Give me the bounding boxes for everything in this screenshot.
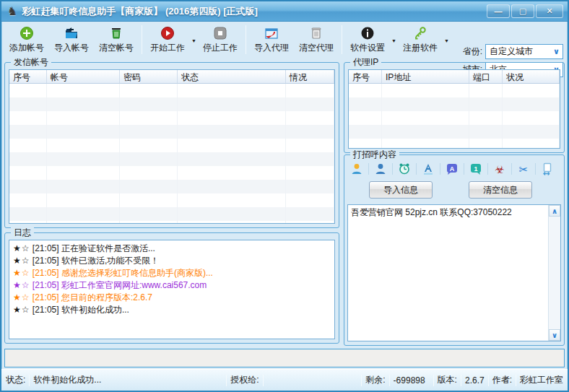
column-header[interactable]: 端口 xyxy=(469,70,503,83)
scissors-icon[interactable]: ✂ xyxy=(516,162,531,176)
settings-dropdown-arrow[interactable]: ▼ xyxy=(391,37,396,43)
log-entry: ★☆ [21:05] 软件初始化成功... xyxy=(13,304,331,316)
maximize-button[interactable]: ▢ xyxy=(511,4,534,18)
column-header[interactable]: 情况 xyxy=(286,70,334,83)
status-label: 状态: xyxy=(6,374,25,386)
column-header[interactable]: 密码 xyxy=(120,70,178,83)
alarm-clock-icon[interactable] xyxy=(397,162,412,176)
clear-accounts-label: 清空帐号 xyxy=(99,42,134,54)
chevron-down-icon: ∨ xyxy=(553,47,560,56)
greeting-message-box: 吾爱营销官网 52pjz.cn 联系QQ:37050222 ∧ ∨ xyxy=(347,204,561,341)
register-button[interactable]: 注册软件 xyxy=(398,24,443,56)
badge-a-icon[interactable]: A xyxy=(445,162,459,176)
clear-proxy-button[interactable]: 清空代理 xyxy=(294,24,339,56)
star-icons: ★☆ xyxy=(13,305,30,315)
column-header[interactable]: 序号 xyxy=(9,70,47,83)
titlebar[interactable]: ♞ 彩虹赶集叮咚信息助手【商家版】 (2016第四版) [正式版] — ▢ ✕ xyxy=(1,1,568,22)
add-icon xyxy=(19,26,34,40)
settings-button[interactable]: 软件设置 xyxy=(345,24,390,56)
import-accounts-button[interactable]: 导入帐号 xyxy=(49,24,94,56)
font-icon[interactable] xyxy=(421,162,435,176)
column-header[interactable]: 状况 xyxy=(503,70,560,83)
column-header[interactable]: 序号 xyxy=(349,70,382,83)
greeting-group-title: 打招呼内容 xyxy=(350,149,399,160)
close-button[interactable]: ✕ xyxy=(536,4,563,18)
log-text: 您目前的程序版本:2.6.7 xyxy=(61,292,152,302)
svg-text:1: 1 xyxy=(474,165,477,173)
log-groupbox: 日志 ★☆ [21:05] 正在验证软件是否激活... ★☆ [21:05] 软… xyxy=(4,232,339,344)
proxy-table-body[interactable] xyxy=(349,84,560,148)
stop-icon xyxy=(213,26,227,40)
proxy-table: 序号 IP地址 端口 状况 xyxy=(348,69,560,149)
progress-bar xyxy=(4,349,565,367)
minimize-button[interactable]: — xyxy=(487,4,510,18)
province-label: 省份: xyxy=(458,45,482,58)
log-time: [21:05] xyxy=(32,268,59,278)
column-header[interactable]: 状态 xyxy=(178,70,286,83)
clear-message-button[interactable]: 清空信息 xyxy=(469,181,532,199)
log-list[interactable]: ★☆ [21:05] 正在验证软件是否激活... ★☆ [21:05] 软件已激… xyxy=(9,240,335,339)
star-icons: ★☆ xyxy=(13,280,30,290)
stop-work-button[interactable]: 停止工作 xyxy=(198,24,243,56)
svg-text:A: A xyxy=(450,165,455,173)
province-select[interactable]: 自定义城市 ∨ xyxy=(485,44,563,59)
accounts-group-title: 发信帐号 xyxy=(11,57,51,67)
contact-person-icon[interactable] xyxy=(349,162,364,176)
scroll-up-icon[interactable]: ∧ xyxy=(549,205,560,217)
log-text: 软件已激活,功能不受限！ xyxy=(61,256,159,266)
import-proxy-button[interactable]: 导入代理 xyxy=(249,24,294,56)
import-message-button[interactable]: 导入信息 xyxy=(369,181,433,199)
add-account-button[interactable]: 添加帐号 xyxy=(4,24,49,56)
province-value: 自定义城市 xyxy=(490,45,533,58)
star-icons: ★☆ xyxy=(13,243,30,253)
accounts-table-header: 序号 帐号 密码 状态 情况 xyxy=(9,70,334,84)
license-label: 授权给: xyxy=(230,374,259,386)
settings-label: 软件设置 xyxy=(350,42,385,54)
log-text: 软件初始化成功... xyxy=(61,305,129,315)
import-accounts-label: 导入帐号 xyxy=(54,42,89,54)
clear-accounts-button[interactable]: 清空帐号 xyxy=(94,24,139,56)
toolbar-separator xyxy=(142,25,142,54)
greeting-scrollbar[interactable]: ∧ ∨ xyxy=(548,205,560,341)
log-group-title: 日志 xyxy=(11,227,34,238)
column-header[interactable]: IP地址 xyxy=(382,70,469,83)
star-icons: ★☆ xyxy=(13,256,30,266)
remaining-value: -699898 xyxy=(394,375,430,386)
copy-doc-icon[interactable] xyxy=(540,162,555,176)
star-icons: ★☆ xyxy=(13,292,30,302)
biohazard-icon[interactable]: ☣ xyxy=(492,162,507,176)
author-label: 作者: xyxy=(492,374,512,386)
start-work-dropdown-arrow[interactable]: ▼ xyxy=(191,37,196,43)
register-dropdown-arrow[interactable]: ▼ xyxy=(444,37,449,43)
log-entry: ★☆ [21:05] 正在验证软件是否激活... xyxy=(13,243,331,255)
scroll-down-icon[interactable]: ∨ xyxy=(549,329,560,341)
log-time: [21:05] xyxy=(32,256,59,266)
app-icon: ♞ xyxy=(7,4,17,18)
start-work-button[interactable]: 开始工作 xyxy=(145,24,190,56)
log-time: [21:05] xyxy=(32,243,59,253)
register-label: 注册软件 xyxy=(403,42,438,54)
accounts-table-body[interactable] xyxy=(9,84,334,223)
trash-gray-icon xyxy=(309,26,323,40)
user-icon[interactable] xyxy=(373,162,388,176)
add-account-label: 添加帐号 xyxy=(9,42,44,54)
folder-import-icon xyxy=(64,26,79,40)
log-time: [21:05] xyxy=(32,305,59,315)
version-value: 2.6.7 xyxy=(465,375,485,386)
log-text: 正在验证软件是否激活... xyxy=(61,243,155,253)
log-entry: ★☆ [21:05] 您目前的程序版本:2.6.7 xyxy=(13,292,331,304)
column-header[interactable]: 帐号 xyxy=(47,70,120,83)
status-value: 软件初始化成功... xyxy=(33,374,222,386)
badge-1-icon[interactable]: 1 xyxy=(469,162,483,176)
window-title: 彩虹赶集叮咚信息助手【商家版】 (2016第四版) [正式版] xyxy=(22,5,257,18)
log-entry: ★☆ [21:05] 感谢您选择彩虹叮咚信息助手(商家版)... xyxy=(13,267,331,279)
stop-work-label: 停止工作 xyxy=(203,42,238,54)
toolbar-separator xyxy=(342,25,342,54)
greeting-textarea[interactable]: 吾爱营销官网 52pjz.cn 联系QQ:37050222 xyxy=(351,206,546,339)
app-window: ♞ 彩虹赶集叮咚信息助手【商家版】 (2016第四版) [正式版] — ▢ ✕ … xyxy=(0,0,569,392)
log-entry: ★☆ [21:05] 软件已激活,功能不受限！ xyxy=(13,255,331,267)
author-value: 彩虹工作室 xyxy=(520,374,563,386)
key-icon xyxy=(413,26,427,40)
log-text: 感谢您选择彩虹叮咚信息助手(商家版)... xyxy=(61,268,213,278)
toolbar: 添加帐号 导入帐号 清空帐号 开始工作 xyxy=(1,22,568,59)
